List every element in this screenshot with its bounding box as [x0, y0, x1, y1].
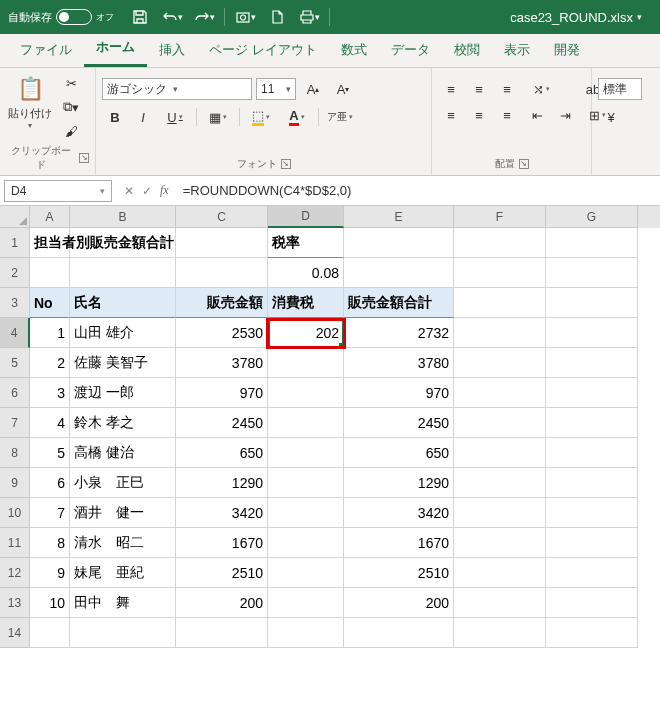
- cell[interactable]: [454, 228, 546, 258]
- cell[interactable]: 200: [176, 588, 268, 618]
- align-bottom-button[interactable]: ≡: [494, 78, 520, 100]
- cell[interactable]: 佐藤 美智子: [70, 348, 176, 378]
- col-header-D[interactable]: D: [268, 206, 344, 228]
- print-button[interactable]: ▾: [295, 5, 323, 29]
- cell[interactable]: [546, 318, 638, 348]
- cell[interactable]: 2510: [176, 558, 268, 588]
- col-header-B[interactable]: B: [70, 206, 176, 228]
- save-button[interactable]: [126, 5, 154, 29]
- cell[interactable]: [30, 618, 70, 648]
- tab-view[interactable]: 表示: [492, 33, 542, 67]
- phonetic-button[interactable]: ア亜▾: [323, 106, 357, 128]
- cell[interactable]: [546, 468, 638, 498]
- align-top-button[interactable]: ≡: [438, 78, 464, 100]
- paste-button[interactable]: 📋 貼り付け ▾: [6, 72, 54, 130]
- cell[interactable]: [30, 258, 70, 288]
- cell[interactable]: 渡辺 一郎: [70, 378, 176, 408]
- align-middle-button[interactable]: ≡: [466, 78, 492, 100]
- dialog-launcher-icon[interactable]: ↘: [519, 159, 529, 169]
- decrease-font-button[interactable]: A▾: [330, 78, 356, 100]
- accounting-format-button[interactable]: ¥: [598, 106, 624, 128]
- tab-formulas[interactable]: 数式: [329, 33, 379, 67]
- name-box[interactable]: D4▾: [4, 180, 112, 202]
- cell[interactable]: 税率: [268, 228, 344, 258]
- cell[interactable]: 酒井 健一: [70, 498, 176, 528]
- cell[interactable]: [70, 618, 176, 648]
- cell[interactable]: [546, 438, 638, 468]
- cell[interactable]: [546, 228, 638, 258]
- cell[interactable]: 2510: [344, 558, 454, 588]
- increase-indent-button[interactable]: ⇥: [552, 104, 578, 126]
- fx-button[interactable]: fx: [160, 183, 169, 198]
- cell[interactable]: [344, 618, 454, 648]
- cell[interactable]: [454, 258, 546, 288]
- toggle-switch-icon[interactable]: [56, 9, 92, 25]
- cell[interactable]: [454, 348, 546, 378]
- border-button[interactable]: ▦▾: [201, 106, 235, 128]
- select-all-corner[interactable]: [0, 206, 30, 228]
- copy-button[interactable]: ⧉▾: [58, 96, 84, 118]
- cancel-formula-button[interactable]: ✕: [124, 184, 134, 198]
- cut-button[interactable]: ✂: [58, 72, 84, 94]
- tab-review[interactable]: 校閲: [442, 33, 492, 67]
- cell[interactable]: [268, 588, 344, 618]
- cell[interactable]: 0.08: [268, 258, 344, 288]
- cell[interactable]: [546, 378, 638, 408]
- align-right-button[interactable]: ≡: [494, 104, 520, 126]
- cell[interactable]: 2530: [176, 318, 268, 348]
- row-header[interactable]: 14: [0, 618, 30, 648]
- formula-input[interactable]: =ROUNDDOWN(C4*$D$2,0): [177, 183, 660, 198]
- cell[interactable]: No: [30, 288, 70, 318]
- cell[interactable]: [268, 438, 344, 468]
- row-header[interactable]: 4: [0, 318, 30, 348]
- increase-font-button[interactable]: A▴: [300, 78, 326, 100]
- cell[interactable]: 1290: [344, 468, 454, 498]
- cell[interactable]: [176, 228, 268, 258]
- cell[interactable]: 1: [30, 318, 70, 348]
- cell[interactable]: [176, 258, 268, 288]
- camera-button[interactable]: ▾: [231, 5, 259, 29]
- row-header[interactable]: 3: [0, 288, 30, 318]
- col-header-F[interactable]: F: [454, 206, 546, 228]
- cell[interactable]: 担当者別販売金額合計: [30, 228, 70, 258]
- tab-home[interactable]: ホーム: [84, 30, 147, 67]
- new-file-button[interactable]: [263, 5, 291, 29]
- cell[interactable]: [546, 528, 638, 558]
- cell[interactable]: 鈴木 孝之: [70, 408, 176, 438]
- row-header[interactable]: 10: [0, 498, 30, 528]
- worksheet-grid[interactable]: A B C D E F G 1 担当者別販売金額合計 税率 2 0.08 3 N…: [0, 206, 660, 648]
- cell[interactable]: 高橋 健治: [70, 438, 176, 468]
- cell[interactable]: [268, 528, 344, 558]
- dialog-launcher-icon[interactable]: ↘: [281, 159, 291, 169]
- cell[interactable]: 2450: [344, 408, 454, 438]
- bold-button[interactable]: B: [102, 106, 128, 128]
- autosave-toggle[interactable]: 自動保存 オフ: [8, 9, 114, 25]
- font-color-button[interactable]: A▾: [280, 106, 314, 128]
- cell[interactable]: [344, 258, 454, 288]
- tab-pagelayout[interactable]: ページ レイアウト: [197, 33, 329, 67]
- row-header[interactable]: 8: [0, 438, 30, 468]
- cell[interactable]: 650: [344, 438, 454, 468]
- cell[interactable]: 970: [344, 378, 454, 408]
- cell[interactable]: [70, 258, 176, 288]
- decrease-indent-button[interactable]: ⇤: [524, 104, 550, 126]
- row-header[interactable]: 13: [0, 588, 30, 618]
- undo-button[interactable]: ▾: [158, 5, 186, 29]
- cell[interactable]: 3780: [344, 348, 454, 378]
- cell[interactable]: 4: [30, 408, 70, 438]
- cell[interactable]: [454, 468, 546, 498]
- tab-insert[interactable]: 挿入: [147, 33, 197, 67]
- cell[interactable]: [546, 588, 638, 618]
- underline-button[interactable]: U▾: [158, 106, 192, 128]
- cell[interactable]: 5: [30, 438, 70, 468]
- align-left-button[interactable]: ≡: [438, 104, 464, 126]
- cell[interactable]: 販売金額: [176, 288, 268, 318]
- cell[interactable]: [454, 528, 546, 558]
- cell[interactable]: 3420: [176, 498, 268, 528]
- cell[interactable]: 10: [30, 588, 70, 618]
- col-header-A[interactable]: A: [30, 206, 70, 228]
- number-format-select[interactable]: 標準: [598, 78, 642, 100]
- cell[interactable]: [268, 558, 344, 588]
- col-header-E[interactable]: E: [344, 206, 454, 228]
- dialog-launcher-icon[interactable]: ↘: [79, 153, 89, 163]
